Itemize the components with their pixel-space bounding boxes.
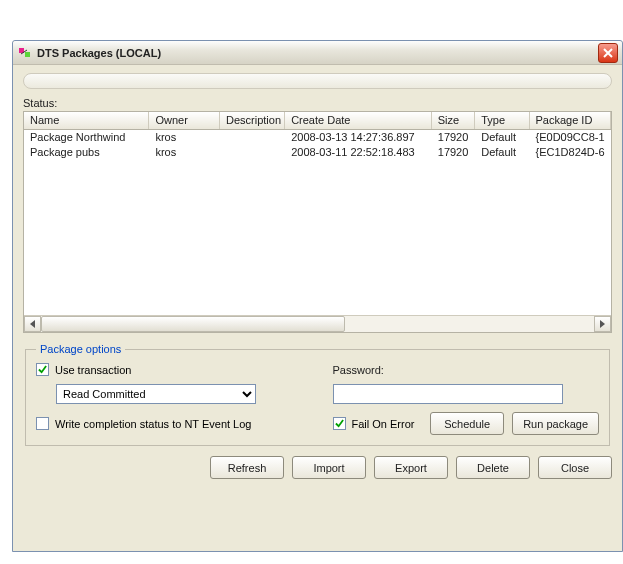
close-button[interactable]: Close (538, 456, 612, 479)
chevron-left-icon (30, 320, 35, 328)
bottom-buttons: Refresh Import Export Delete Close (23, 456, 612, 479)
refresh-button[interactable]: Refresh (210, 456, 284, 479)
cell-owner: kros (149, 130, 220, 145)
use-transaction-label: Use transaction (55, 364, 131, 376)
cell-package_id: {EC1D824D-6 (529, 145, 611, 160)
window-title: DTS Packages (LOCAL) (37, 47, 161, 59)
delete-button[interactable]: Delete (456, 456, 530, 479)
grid-header: Name Owner Description Create Date Size … (24, 112, 611, 130)
cell-type: Default (475, 130, 529, 145)
col-owner[interactable]: Owner (149, 112, 220, 129)
col-description[interactable]: Description (219, 112, 284, 129)
password-row (333, 384, 600, 404)
table-row[interactable]: Package Northwindkros2008-03-13 14:27:36… (24, 130, 611, 145)
package-options-legend: Package options (36, 343, 125, 355)
cell-create_date: 2008-03-13 14:27:36.897 (285, 130, 432, 145)
status-label: Status: (23, 97, 612, 109)
cell-owner: kros (149, 145, 220, 160)
horizontal-scrollbar[interactable] (24, 315, 611, 332)
col-create-date[interactable]: Create Date (285, 112, 432, 129)
password-input[interactable] (333, 384, 563, 404)
use-transaction-checkbox[interactable] (36, 363, 49, 376)
isolation-level-select[interactable]: Read Committed (56, 384, 256, 404)
cell-name: Package Northwind (24, 130, 149, 145)
dialog-content: Status: Name Owner Description Create Da… (13, 65, 622, 489)
run-package-button[interactable]: Run package (512, 412, 599, 435)
cell-type: Default (475, 145, 529, 160)
progress-bar (23, 73, 612, 89)
schedule-button[interactable]: Schedule (430, 412, 504, 435)
scroll-track[interactable] (41, 316, 594, 332)
blank-area (0, 0, 623, 40)
scroll-right-button[interactable] (594, 316, 611, 332)
col-package-id[interactable]: Package ID (529, 112, 611, 129)
completion-log-row: Write completion status to NT Event Log (36, 417, 303, 430)
titlebar[interactable]: DTS Packages (LOCAL) (13, 41, 622, 65)
app-window: DTS Packages (LOCAL) Status: Name Owner … (0, 0, 623, 564)
dialog: DTS Packages (LOCAL) Status: Name Owner … (12, 40, 623, 552)
col-size[interactable]: Size (431, 112, 474, 129)
cell-size: 17920 (431, 130, 474, 145)
packages-grid[interactable]: Name Owner Description Create Date Size … (23, 111, 612, 333)
grid-body: Package Northwindkros2008-03-13 14:27:36… (24, 130, 611, 160)
fail-on-error-label: Fail On Error (352, 418, 415, 430)
fail-on-error-row: Fail On Error (333, 417, 415, 430)
cell-create_date: 2008-03-11 22:52:18.483 (285, 145, 432, 160)
chevron-right-icon (600, 320, 605, 328)
cell-description (219, 130, 284, 145)
cell-package_id: {E0D09CC8-1 (529, 130, 611, 145)
cell-name: Package pubs (24, 145, 149, 160)
fail-on-error-checkbox[interactable] (333, 417, 346, 430)
isolation-row: Read Committed (36, 384, 303, 404)
password-label: Password: (333, 364, 600, 376)
col-type[interactable]: Type (475, 112, 529, 129)
col-name[interactable]: Name (24, 112, 149, 129)
cell-size: 17920 (431, 145, 474, 160)
completion-log-checkbox[interactable] (36, 417, 49, 430)
table-row[interactable]: Package pubskros2008-03-11 22:52:18.4831… (24, 145, 611, 160)
completion-log-label: Write completion status to NT Event Log (55, 418, 251, 430)
fail-error-and-buttons-row: Fail On Error Schedule Run package (333, 412, 600, 435)
app-icon (17, 45, 33, 61)
export-button[interactable]: Export (374, 456, 448, 479)
svg-rect-1 (25, 52, 30, 57)
import-button[interactable]: Import (292, 456, 366, 479)
use-transaction-row: Use transaction (36, 363, 303, 376)
scroll-left-button[interactable] (24, 316, 41, 332)
scroll-thumb[interactable] (41, 316, 345, 332)
package-options-group: Package options Use transaction Password… (25, 343, 610, 446)
close-icon[interactable] (598, 43, 618, 63)
cell-description (219, 145, 284, 160)
